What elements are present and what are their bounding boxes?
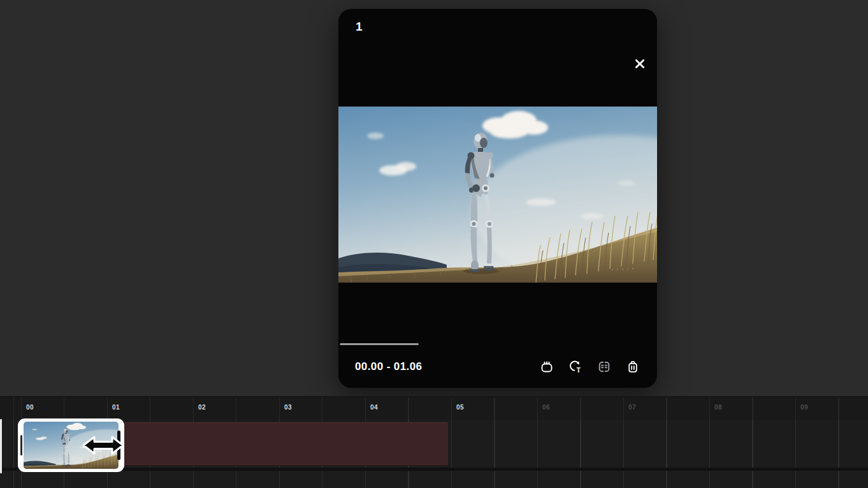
clip-number-label: 1 (356, 20, 363, 34)
ruler-tick-01: 01 (112, 404, 120, 411)
trim-handle-left[interactable] (20, 435, 22, 455)
ruler-tick-05: 05 (456, 404, 464, 411)
split-icon (597, 359, 612, 374)
clapperboard-button[interactable] (539, 359, 554, 374)
delete-button[interactable] (625, 359, 640, 374)
svg-text:T: T (576, 366, 581, 374)
ruler-tick-07: 07 (628, 404, 636, 411)
timeline: 00010203040506070809 (0, 396, 868, 488)
ruler-tick-03: 03 (284, 404, 292, 411)
split-button[interactable] (597, 359, 612, 374)
close-icon (635, 59, 644, 68)
ruler-tick-04: 04 (370, 404, 378, 411)
progress-fill (340, 343, 419, 345)
clip-detail-modal: 1 00.00 - 01.06 (338, 9, 657, 388)
clip-duration-bar[interactable] (124, 422, 448, 466)
playback-progress-bar (340, 343, 656, 345)
modal-footer: 00.00 - 01.06 T (338, 346, 657, 388)
clip-time-range: 00.00 - 01.06 (355, 360, 422, 373)
video-preview[interactable] (338, 107, 657, 283)
clapperboard-icon (539, 359, 554, 374)
ruler-tick-09: 09 (800, 404, 808, 411)
ruler-tick-08: 08 (714, 404, 722, 411)
trim-drag-arrow-icon[interactable] (80, 433, 126, 458)
ruler-tick-06: 06 (542, 404, 550, 411)
clip-action-bar: T (539, 359, 640, 374)
ruler-tick-00: 00 (26, 404, 34, 411)
playhead[interactable] (0, 419, 2, 473)
timeline-ruler[interactable]: 00010203040506070809 (0, 396, 868, 420)
ruler-tick-02: 02 (198, 404, 206, 411)
regenerate-text-icon: T (568, 359, 583, 374)
close-button[interactable] (630, 54, 649, 73)
regenerate-text-button[interactable]: T (568, 359, 583, 374)
timeline-track-2[interactable] (0, 471, 868, 488)
delete-icon (625, 359, 640, 374)
app-root: 1 00.00 - 01.06 (0, 0, 868, 488)
video-frame-image (338, 107, 657, 283)
